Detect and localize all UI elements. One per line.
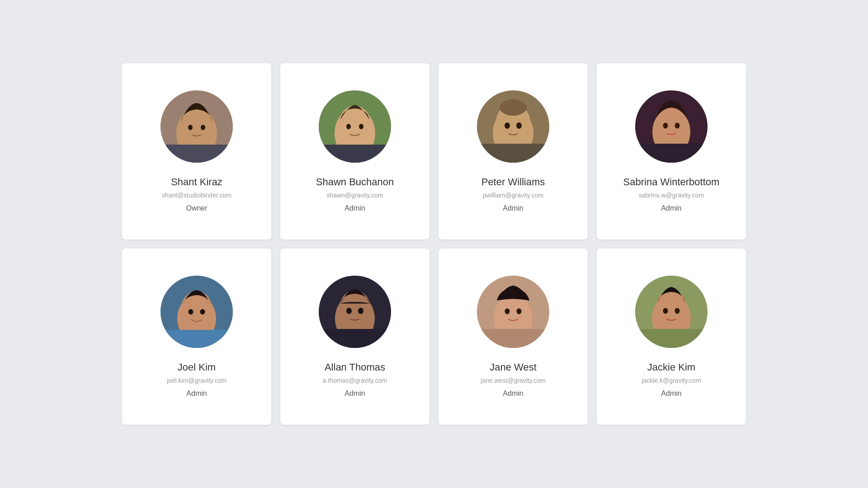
member-name-shawn-buchanon: Shawn Buchanon	[316, 176, 394, 188]
member-card-allan-thomas[interactable]: Allan Thomasa.thomas@gravity.comAdmin	[280, 249, 429, 425]
avatar-jane-west	[477, 276, 549, 348]
svg-point-8	[339, 106, 371, 140]
svg-point-46	[663, 308, 668, 314]
member-role-jackie-kim: Admin	[661, 389, 681, 398]
svg-point-28	[189, 309, 193, 314]
svg-rect-11	[319, 145, 391, 163]
member-card-shant-kiraz[interactable]: Shant Kirazshant@studiobinder.comOwner	[122, 63, 271, 239]
member-card-shawn-buchanon[interactable]: Shawn Buchanonshawn@gravity.comAdmin	[280, 63, 429, 239]
svg-point-45	[656, 291, 687, 324]
svg-point-27	[181, 291, 212, 325]
svg-rect-42	[477, 329, 549, 348]
member-role-peter-williams: Admin	[503, 204, 523, 212]
svg-point-16	[505, 122, 510, 129]
member-email-shant-kiraz: shant@studiobinder.com	[162, 192, 231, 199]
svg-rect-30	[160, 330, 233, 348]
svg-point-29	[200, 309, 205, 314]
svg-point-22	[663, 123, 668, 129]
member-role-jane-west: Admin	[503, 389, 523, 398]
member-email-sabrina-winterbottom: sabrina.w@gravity.com	[639, 192, 704, 199]
member-role-joel-kim: Admin	[186, 389, 207, 398]
member-email-peter-williams: pwilliam@gravity.com	[483, 192, 544, 199]
member-email-shawn-buchanon: shawn@gravity.com	[326, 192, 383, 199]
avatar-joel-kim	[160, 276, 233, 348]
svg-point-4	[201, 125, 205, 130]
avatar-sabrina-winterbottom	[635, 90, 708, 163]
member-card-joel-kim[interactable]: Joel Kimjoel.kim@gravity.comAdmin	[122, 249, 271, 425]
member-name-peter-williams: Peter Williams	[481, 176, 545, 188]
svg-point-10	[359, 124, 363, 129]
member-email-joel-kim: joel.kim@gravity.com	[167, 377, 226, 384]
member-email-allan-thomas: a.thomas@gravity.com	[323, 377, 387, 384]
member-card-jane-west[interactable]: Jane Westjane.west@gravity.comAdmin	[439, 249, 588, 425]
member-name-joel-kim: Joel Kim	[178, 361, 216, 373]
svg-rect-24	[635, 144, 708, 163]
member-email-jane-west: jane.west@gravity.com	[481, 377, 546, 384]
members-grid: Shant Kirazshant@studiobinder.comOwner S…	[104, 45, 764, 443]
svg-point-23	[675, 123, 680, 129]
svg-rect-18	[477, 144, 549, 163]
member-role-shawn-buchanon: Admin	[344, 204, 365, 212]
svg-point-40	[505, 309, 510, 314]
svg-rect-5	[160, 145, 233, 163]
svg-point-34	[346, 308, 352, 314]
avatar-shant-kiraz	[160, 90, 233, 163]
svg-point-15	[500, 99, 527, 116]
avatar-peter-williams	[477, 90, 549, 163]
member-card-sabrina-winterbottom[interactable]: Sabrina Winterbottomsabrina.w@gravity.co…	[597, 63, 746, 239]
member-card-jackie-kim[interactable]: Jackie Kimjackie.k@gravity.comAdmin	[597, 249, 746, 425]
member-name-sabrina-winterbottom: Sabrina Winterbottom	[623, 176, 720, 188]
member-email-jackie-kim: jackie.k@gravity.com	[642, 377, 701, 384]
svg-point-9	[346, 124, 351, 129]
avatar-allan-thomas	[319, 276, 391, 348]
svg-point-35	[358, 308, 363, 314]
member-role-shant-kiraz: Owner	[186, 204, 207, 212]
svg-point-3	[188, 125, 193, 130]
svg-point-17	[516, 122, 522, 129]
svg-point-33	[340, 291, 370, 324]
avatar-jackie-kim	[635, 276, 708, 348]
member-name-jane-west: Jane West	[490, 361, 537, 373]
member-role-allan-thomas: Admin	[344, 389, 365, 398]
svg-rect-48	[635, 329, 708, 348]
member-name-jackie-kim: Jackie Kim	[647, 361, 695, 373]
svg-point-41	[517, 309, 522, 314]
avatar-shawn-buchanon	[319, 90, 391, 163]
member-role-sabrina-winterbottom: Admin	[661, 204, 681, 212]
member-name-allan-thomas: Allan Thomas	[325, 361, 385, 373]
member-card-peter-williams[interactable]: Peter Williamspwilliam@gravity.comAdmin	[439, 63, 588, 239]
svg-point-47	[675, 308, 680, 314]
member-name-shant-kiraz: Shant Kiraz	[171, 176, 222, 188]
svg-rect-36	[319, 329, 391, 348]
